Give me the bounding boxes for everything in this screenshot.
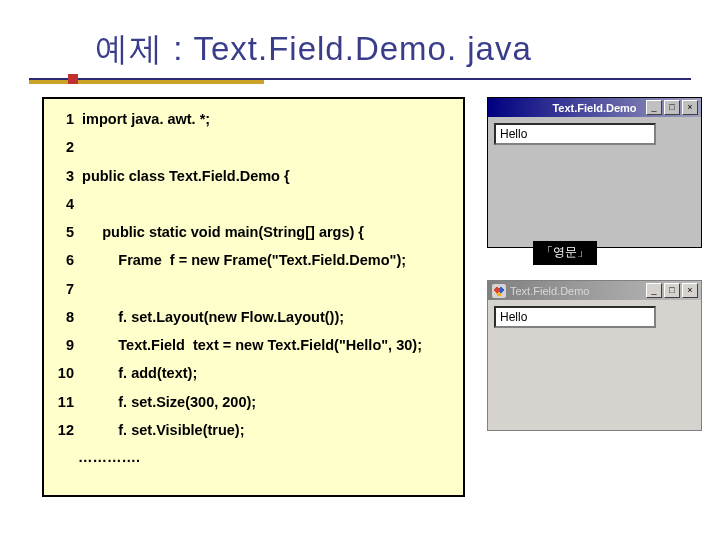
underline-bullet-icon xyxy=(68,74,78,84)
code-text: f. add(text); xyxy=(78,359,197,387)
window-title: Text.Field.Demo xyxy=(552,102,636,114)
screenshot-window-1: Text.Field.Demo _ □ × Hello xyxy=(487,97,702,248)
code-ellipsis: …………. xyxy=(48,444,459,472)
line-number: 11 xyxy=(48,388,74,416)
line-number: 4 xyxy=(48,190,74,218)
java-cup-icon xyxy=(492,284,506,298)
underline-gold xyxy=(29,80,264,84)
slide-title: 예제 : Text.Field.Demo. java xyxy=(95,27,532,72)
line-number: 7 xyxy=(48,275,74,303)
line-number: 2 xyxy=(48,133,74,161)
line-number: 12 xyxy=(48,416,74,444)
code-line: 10 f. add(text); xyxy=(48,359,459,387)
close-icon: × xyxy=(682,100,698,115)
code-line: 8 f. set.Layout(new Flow.Layout()); xyxy=(48,303,459,331)
line-number: 3 xyxy=(48,162,74,190)
code-line: 3 public class Text.Field.Demo { xyxy=(48,162,459,190)
line-number: 6 xyxy=(48,246,74,274)
code-line: 1 import java. awt. *; xyxy=(48,105,459,133)
korean-label-tag: 「영문」 xyxy=(533,241,597,265)
screenshot-window-2: Text.Field.Demo _ □ × Hello xyxy=(487,280,702,431)
code-text: f. set.Size(300, 200); xyxy=(78,388,256,416)
minimize-icon: _ xyxy=(646,100,662,115)
code-box: 1 import java. awt. *; 2 3 public class … xyxy=(42,97,465,497)
line-number: 9 xyxy=(48,331,74,359)
maximize-icon: □ xyxy=(664,283,680,298)
close-icon: × xyxy=(682,283,698,298)
window-body: Hello xyxy=(488,300,701,430)
code-line: 6 Frame f = new Frame("Text.Field.Demo")… xyxy=(48,246,459,274)
code-line: 4 xyxy=(48,190,459,218)
code-line: 11 f. set.Size(300, 200); xyxy=(48,388,459,416)
window-titlebar: Text.Field.Demo _ □ × xyxy=(488,98,701,117)
code-text: f. set.Layout(new Flow.Layout()); xyxy=(78,303,344,331)
textfield-input: Hello xyxy=(494,123,656,145)
window-titlebar: Text.Field.Demo _ □ × xyxy=(488,281,701,300)
line-number: 5 xyxy=(48,218,74,246)
slide-root: 예제 : Text.Field.Demo. java 1 import java… xyxy=(0,0,720,540)
line-number: 1 xyxy=(48,105,74,133)
code-text: f. set.Visible(true); xyxy=(78,416,245,444)
title-underline xyxy=(29,78,691,84)
minimize-icon: _ xyxy=(646,283,662,298)
code-text: Text.Field text = new Text.Field("Hello"… xyxy=(78,331,422,359)
code-line: 5 public static void main(String[] args)… xyxy=(48,218,459,246)
code-line: 2 xyxy=(48,133,459,161)
window-controls: _ □ × xyxy=(646,283,698,298)
code-text: Frame f = new Frame("Text.Field.Demo"); xyxy=(78,246,406,274)
code-text: import java. awt. *; xyxy=(78,105,210,133)
textfield-input: Hello xyxy=(494,306,656,328)
window-body: Hello xyxy=(488,117,701,247)
code-text: public static void main(String[] args) { xyxy=(78,218,364,246)
code-text: public class Text.Field.Demo { xyxy=(78,162,290,190)
code-line: 9 Text.Field text = new Text.Field("Hell… xyxy=(48,331,459,359)
line-number: 8 xyxy=(48,303,74,331)
window-controls: _ □ × xyxy=(646,100,698,115)
code-line: 7 xyxy=(48,275,459,303)
window-title: Text.Field.Demo xyxy=(510,285,589,297)
code-line: 12 f. set.Visible(true); xyxy=(48,416,459,444)
line-number: 10 xyxy=(48,359,74,387)
maximize-icon: □ xyxy=(664,100,680,115)
